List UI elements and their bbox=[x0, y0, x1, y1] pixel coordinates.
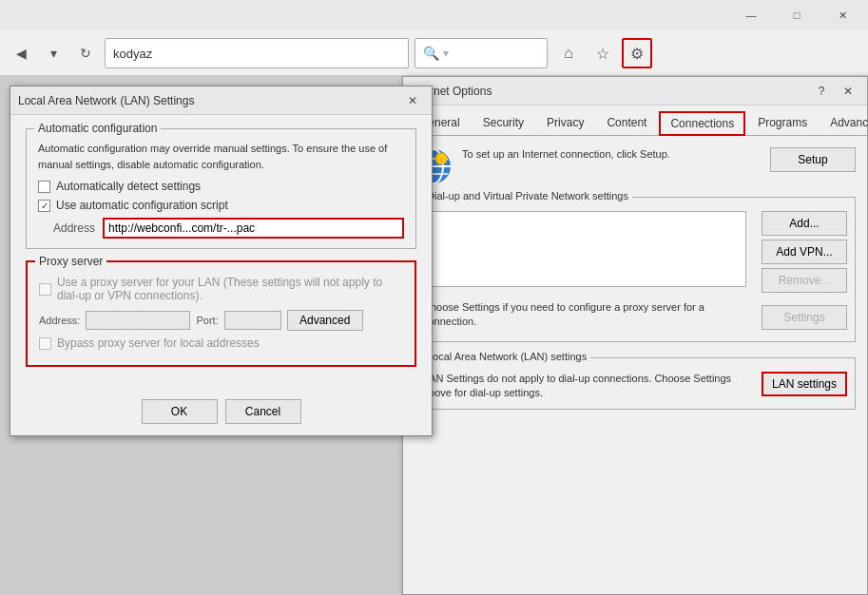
setup-section: ! To set up an Internet connection, clic… bbox=[415, 147, 856, 185]
maximize-button[interactable]: □ bbox=[775, 0, 819, 30]
lan-description: LAN Settings do not apply to dial-up con… bbox=[423, 372, 754, 401]
tab-programs[interactable]: Programs bbox=[747, 111, 818, 135]
auto-script-row: Use automatic configuration script bbox=[38, 199, 404, 212]
lan-dialog: Local Area Network (LAN) Settings ✕ Auto… bbox=[10, 86, 433, 436]
tab-privacy[interactable]: Privacy bbox=[536, 111, 594, 135]
lan-section: Local Area Network (LAN) settings LAN Se… bbox=[415, 357, 856, 410]
home-button[interactable]: ⌂ bbox=[553, 38, 584, 68]
address-row: Address bbox=[38, 218, 404, 239]
tab-connections[interactable]: Connections bbox=[659, 111, 745, 136]
proxy-server-title: Proxy server bbox=[35, 255, 106, 268]
internet-options-titlebar: Internet Options ? ✕ bbox=[403, 77, 867, 106]
settings-button[interactable]: Settings bbox=[762, 305, 847, 330]
lan-dialog-footer: OK Cancel bbox=[10, 392, 432, 435]
setup-description: To set up an Internet connection, click … bbox=[462, 147, 761, 162]
auto-detect-label: Automatically detect settings bbox=[56, 180, 201, 193]
remove-button[interactable]: Remove... bbox=[762, 268, 847, 293]
address-input[interactable] bbox=[103, 218, 404, 239]
auto-script-checkbox[interactable] bbox=[38, 200, 50, 212]
proxy-address-input[interactable] bbox=[86, 311, 190, 330]
lan-dialog-body: Automatic configuration Automatic config… bbox=[10, 115, 432, 392]
dialog-titlebar-buttons: ? ✕ bbox=[810, 80, 859, 103]
back-button[interactable]: ◀ bbox=[8, 40, 34, 67]
proxy-description: Choose Settings if you need to configure… bbox=[423, 300, 754, 330]
proxy-row: Choose Settings if you need to configure… bbox=[423, 300, 847, 336]
proxy-address-row: Address: Port: Advanced bbox=[39, 310, 403, 331]
bypass-proxy-row: Bypass proxy server for local addresses bbox=[39, 336, 403, 350]
lan-dialog-close-button[interactable]: ✕ bbox=[401, 89, 424, 112]
use-proxy-checkbox[interactable] bbox=[39, 283, 51, 296]
lan-row: LAN Settings do not apply to dial-up con… bbox=[423, 372, 847, 401]
browser-chrome: — □ ✕ ◀ ▾ ↻ kodyaz 🔍 ▾ ⌂ ☆ ⚙ bbox=[0, 0, 868, 76]
auto-detect-checkbox[interactable] bbox=[38, 181, 50, 193]
auto-config-group: Automatic configuration Automatic config… bbox=[26, 128, 416, 249]
advanced-button[interactable]: Advanced bbox=[287, 310, 363, 331]
bypass-proxy-checkbox[interactable] bbox=[39, 337, 51, 350]
minimize-button[interactable]: — bbox=[729, 0, 773, 30]
search-bar[interactable]: 🔍 ▾ bbox=[415, 38, 548, 68]
bypass-proxy-label: Bypass proxy server for local addresses bbox=[57, 336, 260, 350]
close-dialog-button[interactable]: ✕ bbox=[837, 80, 859, 103]
auto-config-text: Automatic configuration may override man… bbox=[38, 141, 404, 172]
address-text: kodyaz bbox=[113, 47, 400, 61]
vpn-list[interactable] bbox=[423, 211, 746, 287]
auto-config-title: Automatic configuration bbox=[34, 122, 161, 135]
cancel-button[interactable]: Cancel bbox=[225, 399, 301, 424]
proxy-port-input[interactable] bbox=[224, 311, 281, 330]
tab-advanced[interactable]: Advanced bbox=[820, 111, 868, 135]
tab-security[interactable]: Security bbox=[473, 111, 534, 135]
svg-text:!: ! bbox=[440, 156, 442, 164]
vpn-content: Add... Add VPN... Remove... bbox=[423, 211, 847, 293]
refresh-button[interactable]: ↻ bbox=[72, 40, 99, 67]
settings-button[interactable]: ⚙ bbox=[622, 38, 652, 68]
lan-dialog-title: Local Area Network (LAN) Settings bbox=[18, 94, 194, 107]
address-label: Address bbox=[38, 221, 95, 235]
vpn-section-title: Dial-up and Virtual Private Network sett… bbox=[423, 190, 632, 202]
auto-script-label: Use automatic configuration script bbox=[56, 199, 228, 212]
tabs-container: General Security Privacy Content Connect… bbox=[403, 106, 867, 136]
ok-button[interactable]: OK bbox=[142, 399, 218, 424]
add-button[interactable]: Add... bbox=[762, 211, 847, 236]
browser-titlebar: — □ ✕ bbox=[0, 0, 868, 30]
favorites-button[interactable]: ☆ bbox=[588, 38, 618, 68]
use-proxy-row: Use a proxy server for your LAN (These s… bbox=[39, 276, 403, 302]
use-proxy-label: Use a proxy server for your LAN (These s… bbox=[57, 276, 403, 302]
browser-content: Internet Options ? ✕ General Security Pr… bbox=[0, 76, 868, 595]
search-icon: 🔍 bbox=[423, 46, 439, 61]
lan-section-title: Local Area Network (LAN) settings bbox=[423, 351, 590, 362]
proxy-address-label: Address: bbox=[39, 315, 80, 326]
close-browser-button[interactable]: ✕ bbox=[820, 0, 864, 30]
vpn-buttons: Add... Add VPN... Remove... bbox=[762, 211, 847, 293]
internet-options-dialog: Internet Options ? ✕ General Security Pr… bbox=[402, 76, 868, 595]
vpn-section: Dial-up and Virtual Private Network sett… bbox=[415, 197, 856, 342]
add-vpn-button[interactable]: Add VPN... bbox=[762, 240, 847, 264]
proxy-server-group: Proxy server Use a proxy server for your… bbox=[26, 260, 416, 367]
browser-toolbar: ◀ ▾ ↻ kodyaz 🔍 ▾ ⌂ ☆ ⚙ bbox=[0, 30, 868, 76]
proxy-port-label: Port: bbox=[196, 315, 218, 326]
lan-settings-button[interactable]: LAN settings bbox=[762, 372, 847, 396]
tab-content[interactable]: Content bbox=[596, 111, 657, 135]
lan-dialog-titlebar: Local Area Network (LAN) Settings ✕ bbox=[10, 86, 432, 115]
dropdown-button[interactable]: ▾ bbox=[40, 40, 67, 67]
help-button[interactable]: ? bbox=[810, 80, 833, 103]
auto-detect-row: Automatically detect settings bbox=[38, 180, 404, 193]
setup-button[interactable]: Setup bbox=[770, 147, 856, 172]
dialog-body: ! To set up an Internet connection, clic… bbox=[403, 136, 867, 594]
toolbar-icons: ⌂ ☆ ⚙ bbox=[553, 38, 652, 68]
address-bar[interactable]: kodyaz bbox=[105, 38, 409, 68]
search-dropdown-icon: ▾ bbox=[443, 47, 449, 60]
